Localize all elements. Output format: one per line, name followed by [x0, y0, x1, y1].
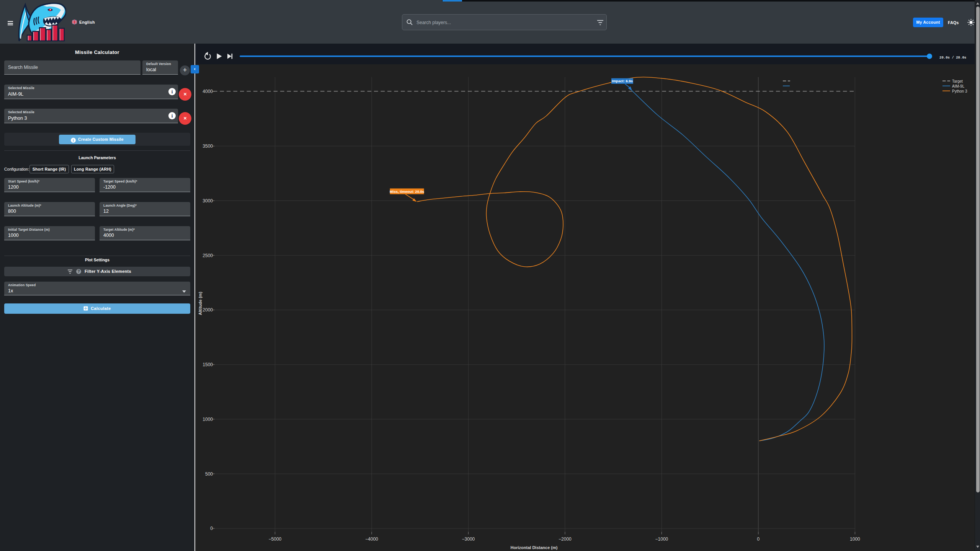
svg-text:−4000: −4000	[365, 536, 378, 542]
svg-text:500: 500	[205, 471, 213, 477]
svg-text:0: 0	[210, 526, 213, 531]
svg-text:2000: 2000	[203, 307, 213, 313]
svg-text:3000: 3000	[203, 198, 213, 204]
svg-text:0: 0	[757, 536, 760, 542]
svg-text:20.0s / 20.0s: 20.0s / 20.0s	[939, 56, 966, 60]
svg-text:1000: 1000	[850, 536, 860, 542]
svg-text:−2000: −2000	[559, 536, 572, 542]
svg-text:Python 3: Python 3	[952, 89, 967, 93]
svg-text:1000: 1000	[203, 417, 213, 422]
svg-text:Impact: 6.9s: Impact: 6.9s	[612, 79, 633, 83]
svg-text:Target: Target	[952, 79, 963, 83]
svg-text:2500: 2500	[203, 253, 213, 258]
svg-text:Miss, timeout: 20.0s: Miss, timeout: 20.0s	[390, 189, 424, 194]
svg-text:−5000: −5000	[269, 536, 282, 542]
svg-text:Altitude (m): Altitude (m)	[198, 292, 203, 315]
svg-text:3500: 3500	[203, 143, 213, 149]
svg-text:AIM-9L: AIM-9L	[952, 84, 965, 88]
svg-text:−3000: −3000	[462, 536, 475, 542]
svg-text:Horizontal Distance (m): Horizontal Distance (m)	[511, 545, 558, 550]
svg-text:−1000: −1000	[655, 536, 668, 542]
svg-text:1500: 1500	[203, 362, 213, 367]
svg-text:4000: 4000	[203, 89, 213, 94]
